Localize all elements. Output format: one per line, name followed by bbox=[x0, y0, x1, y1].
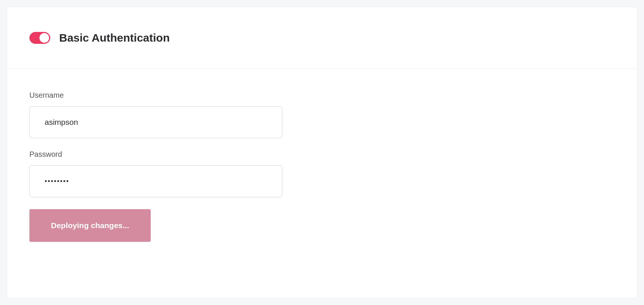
card-title: Basic Authentication bbox=[59, 32, 170, 44]
basic-auth-toggle[interactable] bbox=[29, 32, 50, 44]
toggle-knob bbox=[39, 33, 49, 43]
username-label: Username bbox=[29, 91, 615, 100]
card-header: Basic Authentication bbox=[7, 7, 637, 69]
password-input[interactable] bbox=[29, 165, 282, 197]
password-group: Password bbox=[29, 150, 615, 197]
card-body: Username Password Deploying changes... bbox=[7, 69, 637, 264]
password-label: Password bbox=[29, 150, 615, 159]
basic-auth-card: Basic Authentication Username Password D… bbox=[7, 7, 637, 298]
username-group: Username bbox=[29, 91, 615, 138]
deploy-button[interactable]: Deploying changes... bbox=[29, 209, 151, 242]
username-input[interactable] bbox=[29, 106, 282, 138]
